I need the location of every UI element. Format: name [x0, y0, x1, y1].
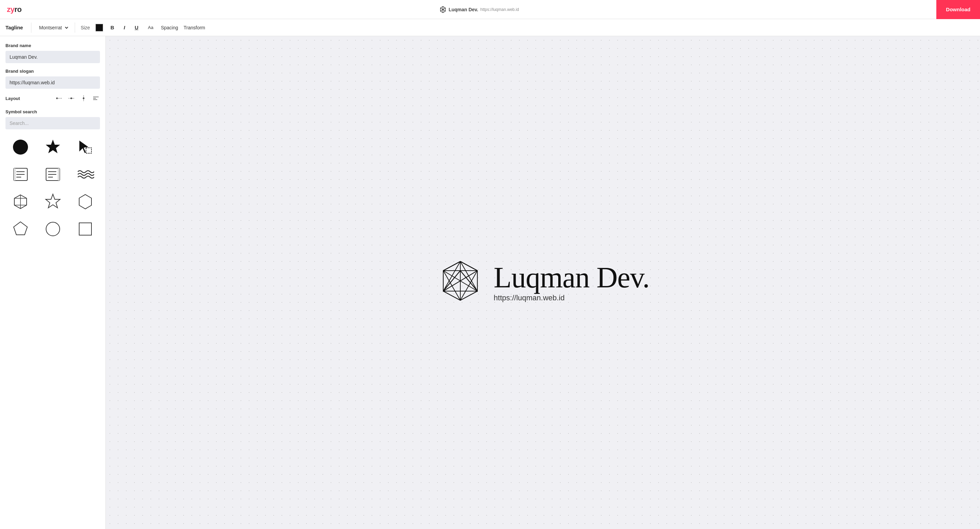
toolbar-divider-2 [75, 22, 75, 33]
waves-icon [76, 166, 94, 183]
logo-icon [436, 259, 484, 306]
aa-button[interactable]: Aa [146, 24, 156, 32]
bold-button[interactable]: B [108, 23, 116, 32]
brand-name-label: Brand name [5, 43, 100, 48]
logo-text-block: Luqman Dev. https://luqman.web.id [494, 263, 649, 303]
sidebar: Brand name Brand slogan Layout [0, 36, 106, 529]
symbol-hexagon[interactable] [70, 190, 100, 214]
symbol-filled-circle[interactable] [5, 135, 35, 159]
align-center-icon [68, 95, 75, 102]
transform-control[interactable]: Transform [184, 25, 205, 30]
svg-rect-37 [79, 223, 91, 235]
svg-point-36 [46, 222, 60, 236]
layout-switch-icon [92, 95, 99, 102]
svg-marker-17 [79, 140, 89, 153]
symbol-search-label: Symbol search [5, 109, 100, 114]
logo-tagline: https://luqman.web.id [494, 293, 649, 303]
logo-brand-name: Luqman Dev. [494, 263, 649, 292]
list-left-icon [11, 166, 29, 183]
navbar: zyro Luqman Dev. https://luqman.web.id D… [0, 0, 980, 19]
layout-align-vertical-button[interactable] [80, 94, 88, 102]
symbol-pentagon[interactable] [5, 217, 35, 241]
svg-point-10 [83, 97, 84, 99]
brand-name-input[interactable] [5, 51, 100, 63]
symbol-square-outline[interactable] [70, 217, 100, 241]
color-picker[interactable] [95, 24, 103, 32]
toolbar-active-tab: Tagline [5, 25, 23, 30]
font-select-dropdown[interactable]: Montserrat Roboto Open Sans [37, 23, 69, 32]
symbol-circle-outline[interactable] [38, 217, 68, 241]
circle-outline-icon [44, 220, 62, 238]
svg-marker-35 [14, 222, 27, 235]
symbol-waves[interactable] [70, 162, 100, 187]
cube-icon [11, 193, 29, 210]
align-vertical-icon [80, 95, 87, 102]
logo-preview: Luqman Dev. https://luqman.web.id [436, 259, 649, 306]
layout-label: Layout [5, 96, 20, 101]
symbol-cube[interactable] [5, 190, 35, 214]
layout-switch-button[interactable] [92, 94, 100, 102]
pentagon-icon [11, 220, 29, 238]
logo: zyro [7, 5, 22, 14]
symbol-list-left[interactable] [5, 162, 35, 187]
navbar-brand-subtitle: https://luqman.web.id [480, 7, 519, 12]
filled-circle-icon [11, 138, 29, 156]
svg-point-15 [13, 140, 28, 155]
size-label: Size [81, 25, 90, 30]
symbol-search-input[interactable] [5, 117, 100, 129]
canvas-area: Luqman Dev. https://luqman.web.id [106, 36, 980, 529]
star-filled-icon [44, 138, 62, 156]
layout-buttons [55, 94, 100, 102]
main-body: Brand name Brand slogan Layout [0, 36, 980, 529]
font-selector[interactable]: Montserrat Roboto Open Sans [37, 23, 69, 32]
italic-button[interactable]: I [121, 23, 127, 32]
symbol-star-filled[interactable] [38, 135, 68, 159]
svg-marker-55 [460, 271, 477, 291]
svg-rect-18 [86, 148, 91, 153]
svg-marker-54 [443, 271, 460, 291]
navbar-center: Luqman Dev. https://luqman.web.id [439, 6, 519, 13]
brand-slogan-input[interactable] [5, 76, 100, 89]
svg-rect-28 [58, 168, 60, 180]
spacing-control[interactable]: Spacing [161, 25, 178, 30]
svg-point-7 [71, 97, 72, 99]
star-outline-icon [44, 193, 62, 210]
list-right-icon [44, 166, 62, 183]
layout-row: Layout [5, 94, 100, 102]
layout-align-center-button[interactable] [67, 94, 75, 102]
cursor-icon [76, 138, 94, 156]
svg-marker-33 [46, 194, 60, 208]
symbol-grid [5, 135, 100, 241]
toolbar-divider-1 [31, 22, 32, 33]
svg-rect-23 [14, 168, 16, 180]
download-button[interactable]: Download [936, 0, 980, 19]
hexagon-icon [76, 193, 94, 210]
symbol-list-right[interactable] [38, 162, 68, 187]
brand-icon [439, 6, 447, 13]
align-left-icon [56, 95, 62, 102]
svg-marker-34 [79, 194, 91, 209]
symbol-cursor[interactable] [70, 135, 100, 159]
svg-marker-16 [46, 140, 60, 153]
layout-align-left-button[interactable] [55, 94, 63, 102]
symbol-star-outline[interactable] [38, 190, 68, 214]
square-outline-icon [76, 220, 94, 238]
toolbar: Tagline Montserrat Roboto Open Sans Size… [0, 19, 980, 36]
navbar-brand-title: Luqman Dev. [449, 7, 479, 12]
underline-button[interactable]: U [133, 23, 141, 32]
brand-slogan-label: Brand slogan [5, 69, 100, 74]
svg-point-4 [56, 97, 58, 99]
